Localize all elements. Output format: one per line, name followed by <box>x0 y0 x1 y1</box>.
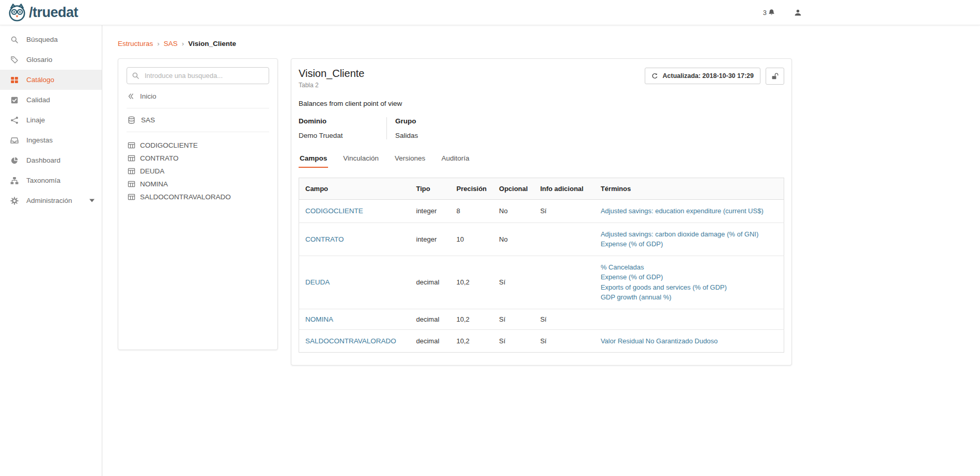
field-additional-info <box>534 256 595 309</box>
field-link[interactable]: DEUDA <box>305 278 330 286</box>
field-precision: 10 <box>450 223 493 256</box>
tree-root-item[interactable]: SAS <box>127 108 269 132</box>
field-optional: Sí <box>493 309 534 329</box>
tab-vinculacion[interactable]: Vinculación <box>342 151 380 168</box>
chevron-down-icon <box>89 199 95 202</box>
term-link[interactable]: Exports of goods and services (% of GDP) <box>601 282 777 293</box>
tag-icon <box>10 56 19 64</box>
tree-table-item[interactable]: CODIGOCLIENTE <box>127 139 269 152</box>
group-value: Salidas <box>395 132 448 139</box>
term-link[interactable]: Adjusted savings: education expenditure … <box>601 206 777 216</box>
share-icon <box>10 116 19 124</box>
sidebar-item-busqueda[interactable]: Búsqueda <box>0 29 102 50</box>
tab-campos[interactable]: Campos <box>299 151 328 168</box>
field-link[interactable]: NOMINA <box>305 315 333 323</box>
tree-table-label: NOMINA <box>140 180 168 188</box>
sitemap-icon <box>10 177 19 185</box>
sidebar-item-linaje[interactable]: Linaje <box>0 110 102 130</box>
group-block: Grupo Salidas <box>386 117 448 139</box>
truedat-logo[interactable]: /truedat <box>7 3 78 22</box>
field-type: integer <box>410 223 450 256</box>
user-menu-button[interactable] <box>794 9 802 17</box>
tree-table-label: SALDOCONTRAVALORADO <box>140 193 231 201</box>
sidebar-item-label: Linaje <box>26 116 45 124</box>
main-content: Estructuras›SAS›Vision_Cliente <box>102 25 980 476</box>
notifications-button[interactable]: 3 <box>763 9 775 17</box>
tree-back-label: Inicio <box>140 92 157 100</box>
sidebar: BúsquedaGlosarioCatálogoCalidadLinajeIng… <box>0 25 102 476</box>
term-link[interactable]: GDP growth (annual %) <box>601 292 777 303</box>
field-row: CODIGOCLIENTEinteger8NoSíAdjusted saving… <box>299 200 784 223</box>
tab-auditoria[interactable]: Auditoría <box>440 151 470 168</box>
logo-text: /truedat <box>29 5 78 21</box>
breadcrumb-separator: › <box>182 40 184 47</box>
search-icon <box>10 36 19 44</box>
updated-label: Actualizada: 2018-10-30 17:29 <box>663 72 754 80</box>
grid-icon <box>10 76 19 84</box>
notification-count: 3 <box>763 9 767 17</box>
term-link[interactable]: Valor Residual No Garantizado Dudoso <box>601 336 777 346</box>
term-link[interactable]: Adjusted savings: carbon dioxide damage … <box>601 229 777 240</box>
angles-left-icon <box>128 93 134 100</box>
fields-table: CampoTipoPrecisiónOpcionalInfo adicional… <box>299 178 784 353</box>
pie-chart-icon <box>10 156 19 165</box>
tab-versiones[interactable]: Versiones <box>394 151 426 168</box>
field-type: integer <box>410 200 450 223</box>
sidebar-item-ingestas[interactable]: Ingestas <box>0 130 102 150</box>
field-link[interactable]: SALDOCONTRAVALORADO <box>305 337 396 345</box>
field-type: decimal <box>410 329 450 353</box>
tree-table-item[interactable]: CONTRATO <box>127 152 269 165</box>
column-header-tipo: Tipo <box>410 178 450 200</box>
table-icon <box>128 167 135 175</box>
field-link[interactable]: CODIGOCLIENTE <box>305 207 363 215</box>
sidebar-item-label: Administración <box>26 197 72 204</box>
sidebar-item-catalogo[interactable]: Catálogo <box>0 70 102 90</box>
domain-value: Demo Truedat <box>299 132 386 139</box>
tree-back-link[interactable]: Inicio <box>127 84 269 108</box>
refresh-icon <box>651 73 658 80</box>
sidebar-item-taxonomia[interactable]: Taxonomía <box>0 170 102 191</box>
field-precision: 10,2 <box>450 256 493 309</box>
field-row: SALDOCONTRAVALORADOdecimal10,2SíSíValor … <box>299 329 784 353</box>
tree-table-label: CONTRATO <box>140 154 179 162</box>
structure-detail-panel: Vision_Cliente Tabla 2 <box>291 58 792 366</box>
field-optional: No <box>493 200 534 223</box>
table-icon <box>128 193 135 201</box>
database-icon <box>128 116 135 124</box>
field-link[interactable]: CONTRATO <box>305 235 344 243</box>
confidentiality-button[interactable] <box>766 68 784 85</box>
table-icon <box>128 180 135 188</box>
sidebar-item-calidad[interactable]: Calidad <box>0 90 102 110</box>
field-terms: % CanceladasExpense (% of GDP)Exports of… <box>595 256 784 309</box>
panels-row: Inicio SAS CODIGOCLIENTECONTRATODEUDAN <box>118 58 980 366</box>
tree-table-item[interactable]: SALDOCONTRAVALORADO <box>127 191 269 203</box>
check-square-icon <box>10 96 19 104</box>
tree-table-item[interactable]: NOMINA <box>127 178 269 191</box>
field-additional-info: Sí <box>534 309 595 329</box>
sidebar-item-label: Ingestas <box>26 136 53 144</box>
tree-search-input[interactable] <box>127 67 269 84</box>
field-additional-info: Sí <box>534 200 595 223</box>
detail-tabs: CamposVinculaciónVersionesAuditoría <box>299 151 784 168</box>
structure-tree-panel: Inicio SAS CODIGOCLIENTECONTRATODEUDAN <box>118 58 278 350</box>
sidebar-item-dashboard[interactable]: Dashboard <box>0 150 102 170</box>
field-type: decimal <box>410 256 450 309</box>
breadcrumb-link-sas[interactable]: SAS <box>164 40 178 47</box>
refresh-button[interactable]: Actualizada: 2018-10-30 17:29 <box>645 68 760 84</box>
sidebar-item-glosario[interactable]: Glosario <box>0 50 102 70</box>
tree-table-item[interactable]: DEUDA <box>127 165 269 178</box>
term-link[interactable]: Expense (% of GDP) <box>601 272 777 282</box>
term-link[interactable]: % Canceladas <box>601 262 777 273</box>
page-title: Vision_Cliente <box>299 68 365 80</box>
tree-table-label: DEUDA <box>140 167 164 175</box>
breadcrumb-link-estructuras[interactable]: Estructuras <box>118 40 153 47</box>
field-additional-info: Sí <box>534 329 595 353</box>
group-label: Grupo <box>395 117 448 125</box>
sidebar-item-administracion[interactable]: Administración <box>0 191 102 211</box>
owl-logo-icon <box>7 3 27 22</box>
field-row: NOMINAdecimal10,2SíSí <box>299 309 784 329</box>
term-link[interactable]: Expense (% of GDP) <box>601 239 777 249</box>
field-optional: No <box>493 223 534 256</box>
field-terms <box>595 309 784 329</box>
field-optional: Sí <box>493 329 534 353</box>
